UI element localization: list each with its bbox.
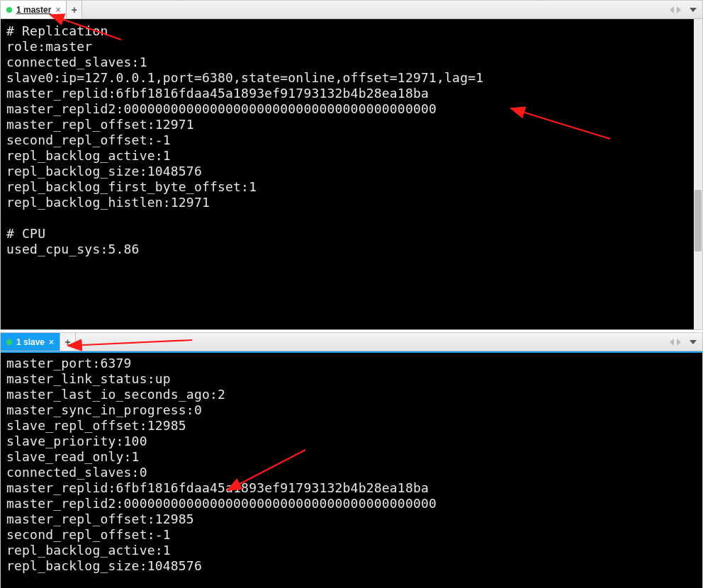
terminal-output-slave[interactable]: master_port:6379 master_link_status:up m…	[1, 351, 702, 588]
tabbar-right-controls	[667, 1, 701, 18]
scrollbar-thumb[interactable]	[694, 190, 702, 252]
tab-scroll-left-icon[interactable]	[670, 6, 674, 13]
tab-label: 1 master	[16, 5, 51, 15]
add-tab-button[interactable]: +	[67, 1, 82, 18]
tabbar-right-controls	[667, 333, 701, 351]
connection-status-icon	[6, 339, 12, 345]
terminal-pane-master: 1 master × + # Replication role:master c…	[0, 0, 703, 330]
terminal-pane-slave: 1 slave × + master_port:6379 master_link…	[0, 332, 703, 588]
scrollbar-vertical[interactable]	[694, 19, 702, 329]
tab-scroll-right-icon[interactable]	[677, 339, 681, 346]
tab-master[interactable]: 1 master ×	[1, 1, 67, 18]
plus-icon: +	[72, 4, 77, 16]
tab-scroll-right-icon[interactable]	[677, 6, 681, 13]
tabbar-slave: 1 slave × +	[1, 333, 702, 351]
tab-label: 1 slave	[16, 337, 45, 347]
plus-icon: +	[64, 337, 70, 348]
tab-menu-dropdown-icon[interactable]	[690, 340, 697, 344]
connection-status-icon	[6, 7, 12, 13]
close-tab-icon[interactable]: ×	[49, 337, 54, 347]
tab-scroll-left-icon[interactable]	[670, 339, 674, 346]
tabbar-master: 1 master × +	[1, 1, 702, 19]
tab-menu-dropdown-icon[interactable]	[690, 8, 697, 12]
terminal-output-master[interactable]: # Replication role:master connected_slav…	[1, 19, 702, 329]
active-tab-indicator	[1, 351, 702, 353]
close-tab-icon[interactable]: ×	[55, 5, 60, 15]
tab-slave[interactable]: 1 slave ×	[1, 333, 60, 351]
add-tab-button[interactable]: +	[60, 333, 76, 351]
